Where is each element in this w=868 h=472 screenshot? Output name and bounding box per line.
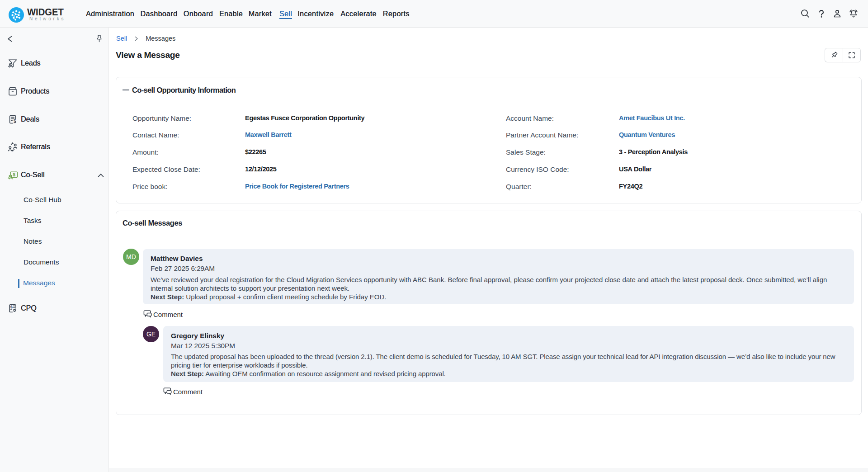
svg-text:$: $ — [13, 172, 15, 177]
svg-text:$: $ — [14, 118, 16, 124]
svg-text:$: $ — [10, 305, 13, 309]
